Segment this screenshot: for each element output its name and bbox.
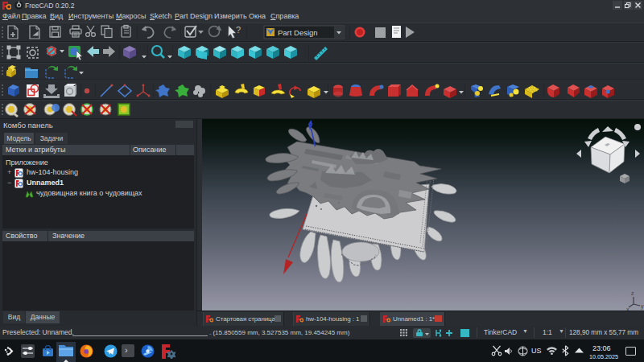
- svg-text:Part Design: Part Design: [278, 28, 318, 37]
- svg-text:y: y: [641, 303, 644, 310]
- svg-text:?: ?: [236, 25, 241, 35]
- svg-text:z: z: [631, 290, 634, 296]
